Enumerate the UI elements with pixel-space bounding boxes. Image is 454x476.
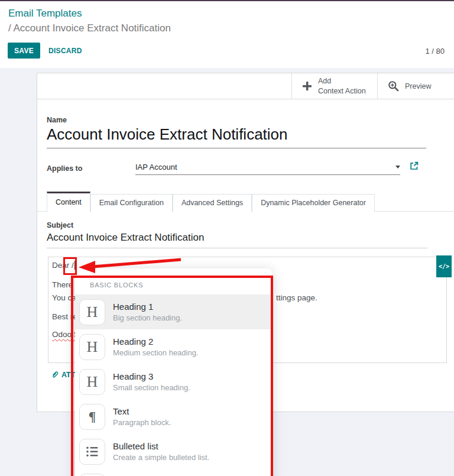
body-text-fragment: You ca [52,293,76,302]
powerbox-item-title: Text [113,406,171,416]
powerbox-item-desc: Medium section heading. [113,348,199,357]
subject-input[interactable]: Account Invoice Extract Notification [47,232,427,248]
powerbox-item-title: Heading 2 [113,336,199,347]
name-field-label: Name [47,116,67,124]
text-cursor [74,261,75,270]
heading-icon: H [79,369,105,395]
notebook-tabs: Content Email Configuration Advanced Set… [47,192,375,212]
powerbox-item-desc: Small section heading. [113,383,190,392]
subject-field-label: Subject [47,221,73,229]
powerbox-popup: BASIC BLOCKS H Heading 1 Big section hea… [75,268,272,476]
body-text-dear: Dear [52,261,69,270]
add-context-action-label-line1: Add [318,77,331,85]
powerbox-item-heading2[interactable]: H Heading 2 Medium section heading. [75,329,272,364]
save-button[interactable]: SAVE [8,43,40,59]
powerbox-item-desc: Create a simple bulleted list. [113,453,209,462]
preview-label: Preview [405,82,431,90]
powerbox-item-partial[interactable] [75,469,272,476]
name-input[interactable]: Account Invoice Extract Notification [47,125,426,148]
tab-email-configuration[interactable]: Email Configuration [90,194,173,212]
powerbox-item-bulleted-list[interactable]: Bulleted list Create a simple bulleted l… [75,434,272,469]
paperclip-icon [51,371,59,379]
powerbox-item-text[interactable]: ¶ Text Paragraph block. [75,399,272,434]
applies-to-select[interactable]: IAP Account [135,163,400,175]
heading-icon: H [79,299,105,325]
bulleted-list-icon [79,439,105,465]
paragraph-icon: ¶ [79,404,105,430]
attachments-button[interactable]: ATT [51,371,75,379]
body-slash-command: / [72,261,74,270]
applies-to-value: IAP Account [135,163,177,171]
powerbox-item-desc: Big section heading. [113,313,182,322]
powerbox-item-heading1[interactable]: H Heading 1 Big section heading. [75,294,272,329]
block-icon [79,474,105,476]
heading-icon: H [79,334,105,360]
tab-advanced-settings[interactable]: Advanced Settings [173,194,252,212]
powerbox-item-desc: Paragraph block. [113,418,171,427]
record-pager[interactable]: 1 / 80 [425,47,445,56]
breadcrumb-current: / Account Invoice Extract Notification [8,22,171,34]
powerbox-item-title: Bulleted list [113,441,209,451]
powerbox-section-label: BASIC BLOCKS [90,281,143,289]
discard-button[interactable]: DISCARD [48,43,82,59]
applies-to-field-label: Applies to [47,164,82,173]
code-view-toggle-button[interactable]: </> [436,255,452,277]
body-text-fragment: There [52,280,73,289]
top-navbar-edge [0,0,454,1]
caret-down-icon [395,166,400,169]
toolbar-divider [291,73,292,99]
add-context-action-label-line2: Context Action [318,87,366,95]
tab-dynamic-placeholder-generator[interactable]: Dynamic Placeholder Generator [252,194,375,212]
toolbar-divider [377,73,378,99]
preview-button[interactable]: Preview [388,73,431,99]
attachments-label: ATT [61,371,75,379]
body-text-fragment: ttings page. [276,293,317,302]
body-text-fragment: Best re [52,312,77,321]
add-context-action-button[interactable]: Add Context Action [302,73,366,99]
tab-content[interactable]: Content [47,192,90,212]
plus-icon [302,81,312,91]
breadcrumb-root[interactable]: Email Templates [8,8,82,20]
powerbox-item-title: Heading 3 [113,371,190,381]
powerbox-item-title: Heading 1 [113,302,182,312]
zoom-in-icon [388,80,399,92]
form-toolbar: Add Context Action Preview [37,73,454,99]
powerbox-item-heading3[interactable]: H Heading 3 Small section heading. [75,364,272,399]
external-link-icon[interactable] [410,161,419,170]
